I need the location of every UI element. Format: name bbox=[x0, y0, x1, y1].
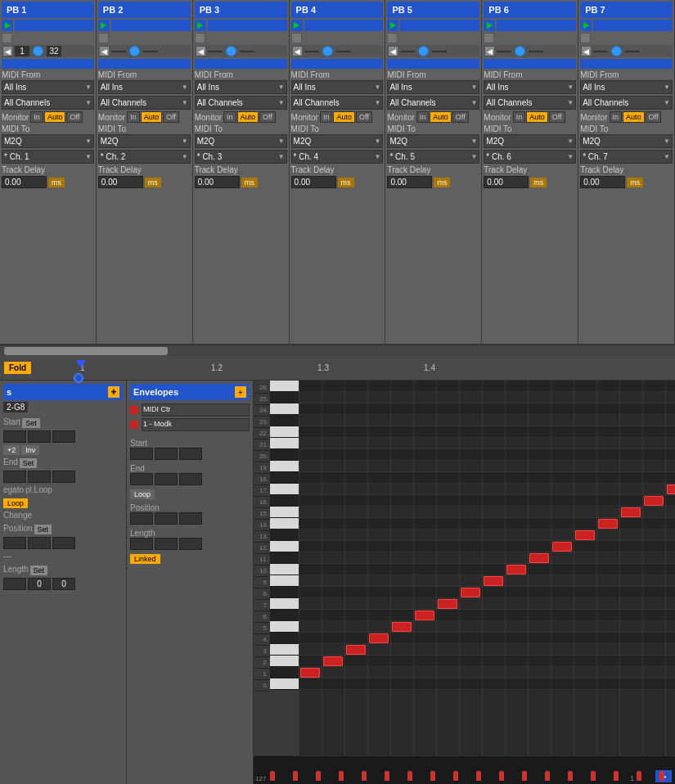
plus2-button[interactable]: +2 bbox=[3, 445, 20, 455]
delay-input-pb5[interactable] bbox=[387, 176, 432, 188]
m2q-dropdown-pb4[interactable]: M2Q ▼ bbox=[291, 134, 384, 148]
ch-dropdown-pb7[interactable]: * Ch. 7 ▼ bbox=[580, 150, 673, 164]
ms-btn-pb1[interactable]: ms bbox=[48, 178, 65, 187]
monitor-off-btn-pb6[interactable]: Off bbox=[549, 111, 565, 123]
rec-sq-pb5[interactable] bbox=[387, 33, 398, 43]
rec-sq-pb6[interactable] bbox=[484, 33, 494, 43]
piano-key-23[interactable] bbox=[270, 644, 299, 656]
play-btn-pb1[interactable] bbox=[2, 20, 13, 31]
note-9[interactable] bbox=[506, 565, 526, 574]
envelopes-plus-button[interactable]: + bbox=[235, 386, 246, 398]
m2q-dropdown-pb3[interactable]: M2Q ▼ bbox=[195, 134, 287, 148]
rec-sq-pb7[interactable] bbox=[580, 33, 591, 43]
length-set-button[interactable]: Set bbox=[30, 565, 48, 575]
channel-down-btn-pb2[interactable]: ◀ bbox=[99, 46, 110, 56]
note-6[interactable] bbox=[438, 599, 457, 609]
ch-dropdown-pb1[interactable]: * Ch. 1 ▼ bbox=[2, 150, 94, 164]
tracks-scrollbar[interactable] bbox=[0, 345, 675, 356]
ms-btn-pb7[interactable]: ms bbox=[627, 178, 643, 187]
all-channels-dropdown-pb6[interactable]: All Channels ▼ bbox=[484, 96, 576, 110]
ch-dropdown-pb3[interactable]: * Ch. 3 ▼ bbox=[195, 150, 287, 164]
piano-key-20[interactable] bbox=[270, 610, 299, 621]
monitor-auto-btn-pb2[interactable]: Auto bbox=[141, 111, 163, 123]
env-start-in-1[interactable] bbox=[130, 448, 153, 460]
env-pos-in-2[interactable] bbox=[155, 512, 178, 525]
rec-sq-pb4[interactable] bbox=[291, 33, 302, 43]
env-start-in-3[interactable] bbox=[179, 448, 202, 460]
piano-key-0[interactable] bbox=[270, 381, 299, 392]
channel-circle-pb2[interactable] bbox=[129, 46, 140, 56]
play-btn-pb4[interactable] bbox=[291, 20, 303, 31]
all-channels-dropdown-pb2[interactable]: All Channels ▼ bbox=[98, 96, 191, 110]
pos-input-2[interactable] bbox=[28, 537, 51, 549]
delay-input-pb1[interactable] bbox=[2, 176, 47, 188]
play-btn-pb3[interactable] bbox=[195, 20, 206, 31]
note-5[interactable] bbox=[415, 611, 434, 620]
pos-input-1[interactable] bbox=[3, 537, 26, 549]
piano-key-25[interactable] bbox=[270, 667, 299, 678]
monitor-in-btn-pb1[interactable]: In bbox=[30, 111, 43, 123]
play-btn-pb2[interactable] bbox=[98, 20, 110, 31]
ch-dropdown-pb6[interactable]: * Ch. 6 ▼ bbox=[484, 150, 576, 164]
start-input-3[interactable] bbox=[52, 430, 75, 443]
monitor-off-btn-pb5[interactable]: Off bbox=[452, 111, 469, 123]
end-input-1[interactable] bbox=[3, 471, 26, 483]
note-2[interactable] bbox=[346, 645, 366, 655]
len-input-2[interactable] bbox=[28, 578, 51, 590]
monitor-in-btn-pb4[interactable]: In bbox=[320, 111, 333, 123]
piano-key-1[interactable] bbox=[270, 392, 299, 403]
channel-circle-pb3[interactable] bbox=[226, 46, 236, 56]
env-loop-button[interactable]: Loop bbox=[130, 489, 155, 499]
ch-dropdown-pb4[interactable]: * Ch. 4 ▼ bbox=[291, 150, 384, 164]
play-btn-pb6[interactable] bbox=[484, 20, 495, 31]
monitor-off-btn-pb1[interactable]: Off bbox=[66, 111, 83, 123]
end-input-3[interactable] bbox=[52, 471, 75, 483]
delay-input-pb4[interactable] bbox=[291, 176, 336, 188]
channel-down-btn-pb4[interactable]: ◀ bbox=[292, 46, 303, 56]
m2q-dropdown-pb5[interactable]: M2Q ▼ bbox=[387, 134, 479, 148]
end-input-2[interactable]: 9 bbox=[28, 471, 51, 483]
piano-key-14[interactable] bbox=[270, 541, 299, 552]
piano-key-19[interactable] bbox=[270, 598, 299, 610]
note-11[interactable] bbox=[552, 542, 572, 552]
note-16[interactable] bbox=[667, 484, 675, 494]
piano-key-21[interactable] bbox=[270, 621, 299, 633]
piano-key-8[interactable] bbox=[270, 472, 299, 484]
monitor-in-btn-pb2[interactable]: In bbox=[127, 111, 140, 123]
channel-circle-pb4[interactable] bbox=[322, 46, 333, 56]
rec-sq-pb1[interactable] bbox=[2, 33, 12, 43]
all-channels-dropdown-pb1[interactable]: All Channels ▼ bbox=[2, 96, 94, 110]
piano-key-15[interactable] bbox=[270, 552, 299, 564]
start-input-2[interactable] bbox=[28, 430, 51, 443]
play-btn-pb5[interactable] bbox=[387, 20, 398, 31]
monitor-off-btn-pb3[interactable]: Off bbox=[259, 111, 276, 123]
end-set-button[interactable]: Set bbox=[20, 458, 38, 468]
all-channels-dropdown-pb4[interactable]: All Channels ▼ bbox=[291, 96, 384, 110]
all-ins-dropdown-pb7[interactable]: All Ins ▼ bbox=[580, 80, 673, 94]
env-linked-button[interactable]: Linked bbox=[130, 554, 160, 564]
ms-btn-pb3[interactable]: ms bbox=[241, 178, 258, 187]
monitor-off-btn-pb4[interactable]: Off bbox=[356, 111, 372, 123]
piano-key-16[interactable] bbox=[270, 564, 299, 575]
piano-key-24[interactable] bbox=[270, 656, 299, 667]
position-set-button[interactable]: Set bbox=[34, 525, 52, 534]
fold-button[interactable]: Fold bbox=[4, 362, 31, 374]
monitor-auto-btn-pb1[interactable]: Auto bbox=[44, 111, 66, 123]
m2q-dropdown-pb7[interactable]: M2Q ▼ bbox=[580, 134, 673, 148]
piano-key-4[interactable] bbox=[270, 426, 299, 438]
all-channels-dropdown-pb7[interactable]: All Channels ▼ bbox=[580, 96, 673, 110]
monitor-in-btn-pb3[interactable]: In bbox=[223, 111, 236, 123]
env-pos-in-3[interactable] bbox=[179, 512, 202, 525]
note-14[interactable] bbox=[621, 507, 641, 517]
delay-input-pb7[interactable] bbox=[580, 176, 625, 188]
m2q-dropdown-pb2[interactable]: M2Q ▼ bbox=[98, 134, 191, 148]
loop-button[interactable]: Loop bbox=[3, 498, 28, 508]
m2q-dropdown-pb6[interactable]: M2Q ▼ bbox=[484, 134, 576, 148]
loop-start-marker[interactable] bbox=[74, 373, 83, 383]
all-ins-dropdown-pb3[interactable]: All Ins ▼ bbox=[195, 80, 287, 94]
env-end-in-3[interactable] bbox=[179, 473, 202, 485]
piano-key-2[interactable] bbox=[270, 403, 299, 415]
all-ins-dropdown-pb2[interactable]: All Ins ▼ bbox=[98, 80, 191, 94]
monitor-in-btn-pb5[interactable]: In bbox=[416, 111, 430, 123]
note-8[interactable] bbox=[484, 576, 503, 586]
